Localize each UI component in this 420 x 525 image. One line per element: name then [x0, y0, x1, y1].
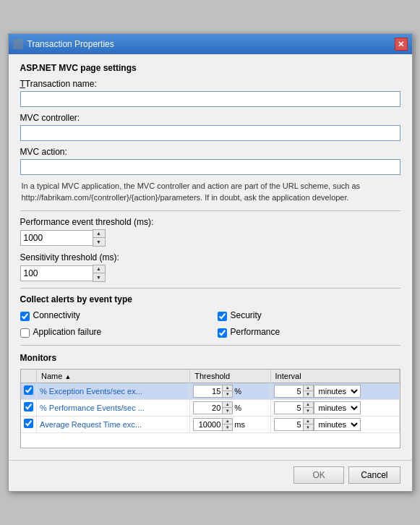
- row-name: Average Request Time exc...: [37, 416, 190, 432]
- row-interval-cell: ▲ ▼ minutes seconds hours: [270, 399, 399, 416]
- row-interval-cell: ▲ ▼ minutes seconds hours: [270, 416, 399, 432]
- table-row[interactable]: % Performance Events/sec ... ▲ ▼ % ▲ ▼ m…: [21, 399, 400, 416]
- table-row[interactable]: Average Request Time exc... ▲ ▼ ms ▲ ▼ m…: [21, 416, 400, 432]
- row-check-cell: [21, 399, 37, 416]
- monitors-table-body: % Exception Events/sec ex... ▲ ▼ % ▲ ▼ m…: [21, 383, 400, 432]
- col-name-header[interactable]: Name ▲: [37, 370, 190, 383]
- cancel-button[interactable]: Cancel: [348, 466, 400, 484]
- row-name: % Performance Events/sec ...: [37, 399, 190, 416]
- col-check: [21, 370, 37, 383]
- connectivity-checkbox[interactable]: [20, 312, 30, 321]
- performance-item: Performance: [218, 327, 400, 339]
- sensitivity-label: Sensitivity threshold (ms):: [20, 252, 400, 262]
- sort-arrow-icon: ▲: [64, 373, 71, 380]
- row-interval-input[interactable]: [274, 418, 303, 431]
- row-checkbox[interactable]: [24, 402, 33, 411]
- perf-threshold-up-btn[interactable]: ▲: [93, 230, 105, 238]
- row-interval-down[interactable]: ▼: [304, 408, 313, 414]
- app-failure-checkbox[interactable]: [20, 328, 30, 338]
- connectivity-item: Connectivity: [20, 310, 203, 323]
- dialog-footer: OK Cancel: [9, 460, 412, 491]
- connectivity-label: Connectivity: [33, 310, 80, 320]
- row-unit: %: [234, 404, 241, 412]
- performance-checkbox[interactable]: [218, 328, 227, 338]
- monitors-table: Name ▲ Threshold Interval % Exception Ev…: [21, 370, 400, 433]
- mvc-controller-input[interactable]: [20, 125, 400, 141]
- divider-3: [20, 345, 400, 346]
- perf-threshold-label: Performance event threshold (ms):: [20, 217, 400, 227]
- perf-threshold-down-btn[interactable]: ▼: [93, 238, 105, 246]
- security-checkbox[interactable]: [218, 312, 227, 321]
- monitors-section: Monitors Name ▲ Threshold Interval: [20, 353, 400, 448]
- row-interval-unit-select[interactable]: minutes seconds hours: [314, 401, 361, 414]
- row-checkbox[interactable]: [24, 419, 33, 428]
- row-threshold-spinner: ▲ ▼ %: [193, 401, 267, 414]
- row-interval-spinner-btns: ▲ ▼: [303, 418, 314, 431]
- row-checkbox[interactable]: [24, 385, 33, 395]
- row-spinner-btns: ▲ ▼: [222, 418, 233, 431]
- main-window: Transaction Properties ✕ ASP.NET MVC pag…: [8, 33, 413, 492]
- row-interval-up[interactable]: ▲: [304, 419, 313, 424]
- monitors-table-container[interactable]: Name ▲ Threshold Interval % Exception Ev…: [20, 369, 400, 448]
- row-threshold-up[interactable]: ▲: [223, 419, 232, 424]
- mvc-action-input[interactable]: [20, 159, 400, 175]
- row-threshold-down[interactable]: ▼: [223, 424, 232, 430]
- info-text: In a typical MVC application, the MVC co…: [20, 181, 400, 203]
- ok-button[interactable]: OK: [293, 466, 344, 484]
- monitors-title: Monitors: [20, 353, 400, 363]
- row-interval-up[interactable]: ▲: [304, 402, 313, 408]
- alerts-section-title: Collect alerts by event type: [20, 294, 400, 304]
- sensitivity-input[interactable]: [20, 265, 93, 281]
- row-interval-unit-select[interactable]: minutes seconds hours: [314, 385, 361, 398]
- row-threshold-input[interactable]: [193, 401, 222, 414]
- row-interval-spinner-btns: ▲ ▼: [303, 385, 314, 398]
- perf-threshold-group: Performance event threshold (ms): ▲ ▼: [20, 217, 400, 247]
- sensitivity-group: Sensitivity threshold (ms): ▲ ▼: [20, 252, 400, 282]
- row-spinner-btns: ▲ ▼: [222, 401, 233, 414]
- close-button[interactable]: ✕: [395, 38, 408, 51]
- security-label: Security: [231, 310, 262, 320]
- row-threshold-cell: ▲ ▼ %: [190, 383, 270, 399]
- sensitivity-down-btn[interactable]: ▼: [93, 273, 105, 281]
- security-item: Security: [218, 310, 400, 323]
- row-threshold-up[interactable]: ▲: [223, 402, 232, 408]
- row-interval-spinner-btns: ▲ ▼: [303, 401, 314, 414]
- row-threshold-input[interactable]: [193, 385, 222, 398]
- row-threshold-down[interactable]: ▼: [223, 391, 232, 397]
- row-interval-down[interactable]: ▼: [304, 424, 313, 430]
- row-interval-unit-select[interactable]: minutes seconds hours: [314, 418, 361, 431]
- app-failure-label: Application failure: [33, 327, 102, 337]
- row-spinner-btns: ▲ ▼: [222, 385, 233, 398]
- row-interval-spinner: ▲ ▼ minutes seconds hours: [274, 401, 396, 414]
- title-bar-icons: [13, 39, 23, 49]
- row-interval-input[interactable]: [274, 385, 303, 398]
- monitors-table-header: Name ▲ Threshold Interval: [21, 370, 400, 383]
- row-interval-spinner: ▲ ▼ minutes seconds hours: [274, 385, 396, 398]
- transaction-name-group: TTransaction name:: [20, 79, 400, 107]
- divider-1: [20, 210, 400, 211]
- row-threshold-spinner: ▲ ▼ ms: [193, 418, 267, 431]
- row-threshold-input[interactable]: [193, 418, 222, 431]
- col-threshold-header: Threshold: [190, 370, 270, 383]
- row-threshold-cell: ▲ ▼ %: [190, 399, 270, 416]
- row-unit: %: [234, 387, 241, 396]
- mvc-action-label: MVC action:: [20, 147, 400, 157]
- table-row[interactable]: % Exception Events/sec ex... ▲ ▼ % ▲ ▼ m…: [21, 383, 400, 399]
- alerts-checkboxes: Connectivity Security Application failur…: [20, 310, 400, 339]
- transaction-name-input[interactable]: [20, 91, 400, 107]
- mvc-controller-group: MVC controller:: [20, 113, 400, 141]
- row-interval-input[interactable]: [274, 401, 303, 414]
- title-bar-left: Transaction Properties: [13, 39, 114, 49]
- row-interval-down[interactable]: ▼: [304, 391, 313, 397]
- window-title: Transaction Properties: [27, 39, 114, 49]
- sensitivity-up-btn[interactable]: ▲: [93, 265, 105, 273]
- row-threshold-up[interactable]: ▲: [223, 385, 232, 391]
- row-interval-up[interactable]: ▲: [304, 385, 313, 391]
- row-interval-spinner: ▲ ▼ minutes seconds hours: [274, 418, 396, 431]
- title-bar: Transaction Properties ✕: [9, 34, 412, 54]
- perf-threshold-input[interactable]: [20, 230, 93, 246]
- divider-2: [20, 288, 400, 289]
- row-threshold-spinner: ▲ ▼ %: [193, 385, 267, 398]
- row-threshold-down[interactable]: ▼: [223, 408, 232, 414]
- perf-threshold-spinner: ▲ ▼: [20, 229, 400, 247]
